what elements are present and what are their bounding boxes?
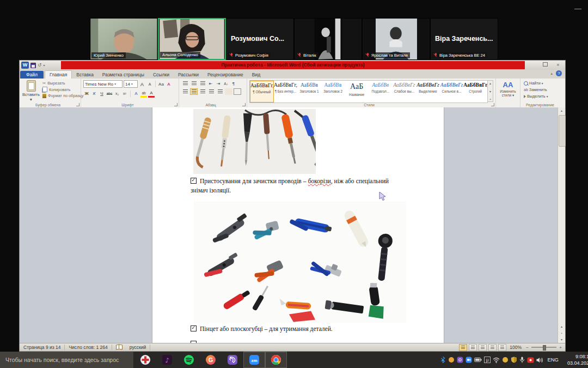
bold-button[interactable]: Ж [83,91,90,97]
zoom-app-button[interactable]: zm [243,352,265,368]
tray-app-gold-icon[interactable] [502,357,509,363]
qat-dropdown-icon[interactable]: ▾ [44,63,45,67]
style-item[interactable]: АаБбВвГгСильное в... [440,81,464,102]
word-titlebar[interactable]: W ↺ ▾ Практична робота - Microsoft Word … [20,61,565,70]
paste-button[interactable]: Вставить ▾ [22,80,40,102]
line-spacing-button[interactable] [216,88,224,95]
style-item[interactable]: АаБНазвание [345,81,369,102]
wifi-icon[interactable] [493,357,500,363]
change-case-button[interactable]: Аа [158,81,164,87]
meeting-minimize-button[interactable]: — [574,4,581,13]
style-item[interactable]: АаБбВвГгСлабое вы... [393,81,416,102]
zoom-tray-icon[interactable] [465,357,472,363]
video-tile[interactable]: Віра Зареченсь... Віра Зареченська ВЕ 24 [430,18,498,60]
dialog-launcher-icon[interactable] [242,103,246,106]
taskbar-search-input[interactable]: Чтобы начать поиск, введите здесь запрос [0,352,133,368]
browse-object-icon[interactable]: • [558,330,565,336]
tab-view[interactable]: Вид [248,71,265,79]
subscript-button[interactable]: x₂ [114,91,120,97]
restore-window-button[interactable] [539,62,551,69]
close-window-button[interactable]: × [552,62,564,69]
undo-icon[interactable]: ↺ [38,62,42,69]
video-tile-active-speaker[interactable]: Альона Солоденко [158,18,226,60]
italic-button[interactable]: К [91,91,97,97]
numbering-button[interactable] [190,80,198,87]
tab-references[interactable]: Ссылки [149,71,174,79]
increase-indent-button[interactable]: ⇥ [215,80,222,87]
word-app-icon[interactable]: W [21,62,29,69]
draft-view-button[interactable] [498,344,506,351]
sort-button[interactable]: А↓ [223,80,229,87]
zoom-slider-thumb[interactable] [543,345,546,351]
underline-button[interactable]: Ч [99,91,105,97]
viber-app-button[interactable] [222,352,243,368]
clear-formatting-button[interactable]: А [166,81,172,87]
scrollbar-thumb[interactable] [559,115,566,147]
music-app-button[interactable]: ♪ [156,352,178,368]
strikethrough-button[interactable]: abc [106,91,113,97]
cut-button[interactable]: ✂Вырезать [42,81,83,86]
taskbar-clock[interactable]: 9:08:12 03.04.2020 [560,353,588,367]
show-marks-button[interactable]: ¶ [230,80,237,87]
text-effects-button[interactable]: А [133,91,139,97]
recording-icon[interactable] [527,357,534,363]
tab-home[interactable]: Главная [45,70,72,79]
bullets-button[interactable] [181,80,189,87]
style-item[interactable]: АаБбВвГгВыделение [416,81,440,102]
align-left-button[interactable] [181,88,189,95]
dialog-launcher-icon[interactable] [491,103,494,106]
styles-gallery-scroll[interactable]: ▴▾▪ [487,80,493,102]
copy-button[interactable]: Копировать [42,87,83,92]
replace-button[interactable]: abЗаменить [524,87,548,92]
battery-icon[interactable] [474,357,482,363]
page-indicator[interactable]: Страница 9 из 14 [20,345,64,350]
find-button[interactable]: Найти ▾ [524,81,548,86]
save-icon[interactable] [30,63,36,68]
language-switcher[interactable]: ENG [547,352,559,368]
video-tile[interactable]: Розумович Со... Розумович Софія [226,18,294,60]
multilevel-list-button[interactable] [199,80,206,87]
font-size-combo[interactable]: 14▾ [124,80,138,88]
zoom-level[interactable]: 100% [508,345,523,350]
borders-button[interactable] [234,88,241,95]
microphone-icon[interactable] [519,357,525,363]
word-count[interactable]: Число слов: 1 264 [65,345,111,350]
security-shield-icon[interactable] [511,357,517,363]
style-item[interactable]: АаБбВвЗаголовок 1 [297,81,321,102]
font-name-combo[interactable]: Times New Ro▾ [83,80,122,88]
bluetooth-icon[interactable] [440,357,446,363]
video-tile[interactable]: Віталік [294,18,362,60]
mu-tray-icon[interactable]: µ [484,357,491,363]
tab-mailings[interactable]: Рассылки [174,71,203,79]
justify-button[interactable] [207,88,215,95]
zoom-in-button[interactable]: + [558,345,563,350]
style-item[interactable]: АаБбВвЗаголовок 2 [321,81,345,102]
next-page-icon[interactable]: ▾ [558,336,565,343]
viber-tray-icon[interactable] [457,357,463,363]
style-item[interactable]: АаБбВвПодзагол... [369,81,393,102]
tray-app-orange-icon[interactable] [448,357,455,363]
fullscreen-view-button[interactable] [469,344,477,351]
zoom-slider[interactable] [531,347,556,348]
align-center-button[interactable] [190,88,198,95]
medical-app-button[interactable] [134,352,156,368]
highlight-button[interactable]: ab [140,89,147,98]
select-button[interactable]: Выделить ▾ [524,94,548,99]
g-app-button[interactable]: G [200,352,222,368]
tab-insert[interactable]: Вставка [72,71,98,79]
style-item[interactable]: АаБбВвГг,¶ Без интер... [274,81,298,102]
print-layout-view-button[interactable] [459,344,467,351]
tab-file[interactable]: Файл [20,71,44,79]
format-painter-button[interactable]: Формат по образцу [42,93,83,98]
font-color-button[interactable]: А [148,89,155,98]
speaker-icon[interactable] [536,357,543,363]
dialog-launcher-icon[interactable] [76,103,79,106]
zoom-out-button[interactable]: − [525,345,530,350]
help-icon[interactable]: ? [556,70,562,76]
outline-view-button[interactable] [488,344,497,351]
align-right-button[interactable] [199,88,206,95]
scroll-up-icon[interactable]: ▴ [558,107,565,114]
language-indicator[interactable]: русский [126,345,150,350]
style-item[interactable]: АаБбВвГг,¶ Обычный [250,81,274,102]
grow-font-button[interactable]: А [139,81,145,87]
